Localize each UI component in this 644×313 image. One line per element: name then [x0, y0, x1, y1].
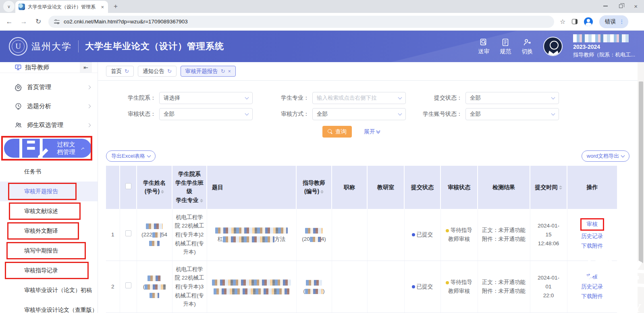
tab-review-proposal[interactable]: 审核开题报告 ↻ × — [181, 66, 236, 77]
select-all-checkbox[interactable] — [125, 183, 131, 189]
chevron-right-icon — [87, 104, 91, 109]
menu-dots-icon[interactable]: ⋮ — [619, 19, 624, 25]
new-tab-button[interactable]: + — [110, 1, 121, 12]
row-index: 1 — [106, 209, 120, 261]
sidebar-subitem-review-guidance-record[interactable]: 审核指导记录 — [0, 261, 98, 280]
review-link[interactable]: 审核 — [570, 272, 615, 282]
review-method-select[interactable]: 全部 — [312, 108, 406, 120]
double-chevron-down-icon — [377, 131, 380, 133]
teaching-office-cell — [367, 209, 404, 261]
college-cell: 机电工程学院 22机械工程(专升本)3 机械工程(专升本) — [172, 261, 207, 313]
sidebar-subitem-review-plagiarism-version[interactable]: 审核毕业设计论文（查重版） — [0, 300, 98, 313]
export-excel-button[interactable]: 导出Excel表格 — [106, 150, 156, 162]
standards-button[interactable]: 规范 — [500, 38, 511, 55]
col-teacher: 指导教师 (编号) — [296, 166, 332, 209]
university-logo — [9, 37, 27, 56]
people-icon — [15, 121, 22, 129]
tab-notices[interactable]: 通知公告 ↻ — [138, 66, 177, 77]
sidebar-collapse-button[interactable]: ⇤ — [80, 62, 92, 73]
refresh-icon[interactable]: ↻ — [167, 68, 172, 74]
browser-error-button[interactable]: 错误 ⋮ — [599, 15, 628, 28]
profile-avatar-icon[interactable] — [584, 17, 593, 26]
search-button[interactable]: 查询 — [322, 126, 352, 138]
submit-time-cell: 2024-01- 01 22:0 — [530, 261, 567, 313]
download-attachment-link[interactable]: 下载附件 — [570, 241, 615, 251]
forward-button[interactable]: → — [19, 18, 28, 26]
status-dot-blue — [412, 285, 415, 288]
col-title: 题目 — [207, 166, 296, 209]
review-link[interactable]: 审核 — [587, 221, 598, 227]
col-college: 学生院系 学生学生班级 学生专业 — [172, 166, 207, 209]
browser-tab-title: 大学生毕业论文（设计）管理系 — [28, 4, 97, 10]
col-index — [106, 166, 120, 209]
search-icon — [328, 129, 333, 134]
refresh-icon[interactable]: ↻ — [125, 68, 129, 74]
col-teaching-office: 教研室 — [367, 166, 404, 209]
sidebar-item-home-management[interactable]: 首页管理 — [0, 78, 98, 97]
sidebar-subitem-review-literature[interactable]: 审核文献综述 — [0, 201, 98, 221]
teaching-office-cell — [367, 261, 404, 313]
send-review-button[interactable]: 送审 — [478, 38, 489, 55]
refresh-icon[interactable]: ↻ — [221, 68, 225, 74]
sidebar-item-topic-analysis[interactable]: 选题分析 — [0, 97, 98, 116]
col-checkbox — [120, 166, 137, 209]
expand-link[interactable]: 展开 — [364, 128, 380, 136]
side-panel-icon[interactable] — [572, 19, 578, 24]
col-submit-status: 提交状态 — [404, 166, 440, 209]
site-settings-icon[interactable] — [54, 19, 60, 24]
chevron-down-icon — [245, 96, 249, 100]
back-button[interactable]: ← — [5, 18, 14, 26]
tab-close-icon[interactable]: × — [100, 4, 105, 10]
sort-icon[interactable] — [161, 188, 164, 196]
url-text[interactable]: co2.cnki.net/Main.html?dp=wzu&r=17090893… — [64, 19, 188, 25]
bookmark-star-icon[interactable]: ☆ — [560, 18, 565, 25]
chevron-down-icon — [398, 96, 402, 100]
sort-icon[interactable] — [320, 188, 324, 196]
main-content: 首页 ↻ 通知公告 ↻ 审核开题报告 ↻ × 学生院系： 请选择 — [98, 62, 644, 313]
row-checkbox[interactable] — [125, 282, 131, 288]
export-word-button[interactable]: word文档导出 — [582, 150, 629, 162]
address-bar[interactable]: co2.cnki.net/Main.html?dp=wzu&r=17090893… — [48, 16, 554, 28]
review-status-cell: 等待指导 教师审核 — [440, 209, 478, 261]
tab-close-icon[interactable]: × — [228, 69, 231, 74]
system-title: 大学生毕业论文（设计）管理系统 — [85, 40, 224, 52]
sidebar-item-process-documents[interactable]: 过程文档管理 — [4, 139, 91, 158]
tab-home[interactable]: 首页 ↻ — [106, 66, 134, 77]
sidebar-subitem-review-translation[interactable]: 审核外文翻译 — [0, 221, 98, 241]
history-link[interactable]: 历史记录 — [570, 282, 615, 292]
sidebar-subitem-midterm-report[interactable]: 填写中期报告 — [0, 241, 98, 261]
download-attachment-link[interactable]: 下载附件 — [570, 292, 615, 301]
user-avatar[interactable] — [543, 37, 563, 56]
history-link[interactable]: 历史记录 — [570, 232, 615, 241]
col-student-name: 学生姓名 (学号) — [137, 166, 172, 209]
operations-cell: 审核 历史记录 下载附件 — [567, 261, 617, 313]
scrollbar-track[interactable] — [638, 62, 644, 313]
scrollbar-thumb[interactable] — [639, 81, 643, 263]
teacher-cell: (204) — [296, 209, 332, 261]
window-restore-button[interactable] — [619, 4, 623, 8]
title-cell: 杠方法 — [207, 209, 296, 261]
reload-button[interactable]: ↻ — [34, 17, 43, 26]
chevron-down-icon — [621, 154, 625, 158]
row-checkbox[interactable] — [125, 230, 131, 236]
sort-icon[interactable] — [200, 197, 203, 204]
student-major-select[interactable]: 输入检索或点击右侧下拉 — [312, 92, 406, 104]
student-college-select[interactable]: 请选择 — [159, 92, 253, 104]
sidebar-subitem-review-first-draft[interactable]: 审核毕业设计（论文）初稿 — [0, 280, 98, 300]
col-review-status: 审核状态 — [440, 166, 478, 209]
window-close-button[interactable]: × — [634, 3, 638, 9]
student-name-cell: (22254 — [137, 209, 172, 261]
switch-role-button[interactable]: 切换 — [521, 38, 533, 55]
browser-tab[interactable]: 大学生毕业论文（设计）管理系 × — [15, 1, 108, 13]
chevron-down-icon — [147, 154, 151, 158]
sidebar-subitem-task-book[interactable]: 任务书 — [0, 162, 98, 182]
window-minimize-button[interactable] — [603, 6, 608, 6]
sort-icon[interactable] — [559, 184, 562, 191]
review-status-select[interactable]: 全部 — [159, 108, 253, 120]
filter-panel: 学生院系： 请选择 学生专业： 输入检索或点击右侧下拉 提交状态： — [98, 81, 644, 145]
submit-status-select[interactable]: 全部 — [465, 92, 559, 104]
student-account-status-select[interactable]: 全部 — [465, 108, 559, 120]
tab-search-button[interactable]: ∨ — [3, 1, 15, 12]
status-dot-yellow — [446, 229, 449, 232]
sidebar-subitem-review-proposal[interactable]: 审核开题报告 — [0, 182, 98, 201]
